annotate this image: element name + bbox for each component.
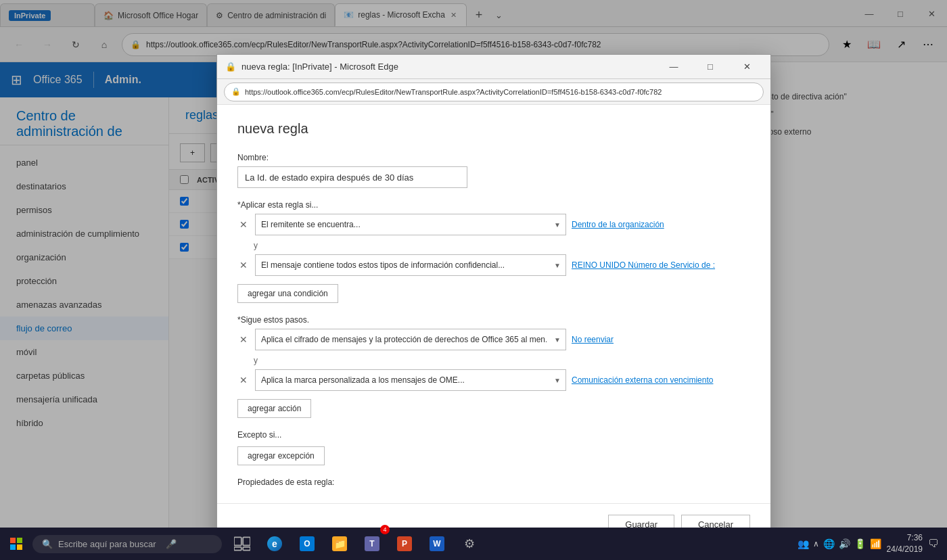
chevron-up-icon[interactable]: ∧	[813, 539, 819, 549]
teams-badge: 4	[380, 525, 390, 534]
explorer-icon[interactable]: 📁	[325, 528, 354, 560]
settings-taskbar-icon[interactable]: ⚙	[455, 528, 484, 560]
sys-icons: 👥 ∧ 🌐 🔊 🔋 📶	[798, 538, 881, 549]
step-dropdown-1[interactable]: Aplica el cifrado de mensajes y la prote…	[255, 329, 566, 350]
folder-icon: 📁	[332, 536, 347, 551]
condition-row-1: ✕ El remitente se encuentra... ▼ Dentro …	[237, 214, 750, 235]
taskbar-app-icons: e O 📁 T 4 P W ⚙	[227, 528, 484, 560]
taskbar-search[interactable]: 🔍 Escribe aquí para buscar 🎤	[32, 535, 222, 553]
browser-window: InPrivate 🏠 Microsoft Office Hogar ⚙ Cen…	[0, 0, 947, 528]
dialog-address-bar: 🔒 https://outlook.office365.com/ecp/Rule…	[217, 79, 770, 105]
taskview-icon	[234, 536, 250, 552]
name-input[interactable]	[237, 166, 467, 188]
steps-group: *Sigue estos pasos. ✕ Aplica el cifrado …	[237, 315, 750, 418]
edge-logo: e	[267, 536, 282, 551]
notification-center-icon[interactable]: 🗨	[928, 538, 939, 550]
apply-rule-group: *Aplicar esta regla si... ✕ El remitente…	[237, 200, 750, 303]
remove-condition-2[interactable]: ✕	[237, 260, 250, 271]
taskbar: 🔍 Escribe aquí para buscar 🎤 e O 📁 T 4 P	[0, 528, 947, 560]
svg-rect-2	[10, 544, 16, 550]
remove-step-1[interactable]: ✕	[237, 334, 250, 345]
dialog-lock-icon: 🔒	[231, 87, 241, 96]
apply-rule-label: *Aplicar esta regla si...	[237, 200, 750, 210]
condition-select-1[interactable]: El remitente se encuentra... ▼	[255, 214, 566, 235]
step-select-1[interactable]: Aplica el cifrado de mensajes y la prote…	[255, 329, 566, 350]
dialog-minimize-button[interactable]: —	[658, 55, 689, 79]
people-icon[interactable]: 👥	[798, 538, 809, 549]
teams-logo: T	[365, 536, 379, 551]
step-y: y	[237, 356, 750, 365]
condition-y-1: y	[237, 241, 750, 250]
windows-logo	[10, 538, 22, 550]
steps-label: *Sigue estos pasos.	[237, 315, 750, 325]
add-exception-button[interactable]: agregar excepción	[237, 446, 325, 465]
svg-rect-7	[243, 547, 250, 551]
dialog-close-button[interactable]: ✕	[731, 55, 762, 79]
step-dropdown-2[interactable]: Aplica la marca personalizada a los mens…	[255, 369, 566, 391]
svg-rect-1	[17, 538, 22, 543]
step-row-2: ✕ Aplica la marca personalizada a los me…	[237, 369, 750, 391]
gear-icon: ⚙	[464, 536, 475, 551]
step-link-1[interactable]: No reenviar	[572, 335, 614, 344]
condition-select-2[interactable]: El mensaje contiene todos estos tipos de…	[255, 254, 566, 276]
powerpoint-icon[interactable]: P	[390, 528, 419, 560]
except-label: Excepto si...	[237, 430, 750, 440]
word-icon[interactable]: W	[422, 528, 452, 560]
svg-rect-6	[234, 547, 241, 551]
outlook-logo: O	[300, 536, 315, 551]
dialog-window: 🔒 nueva regla: [InPrivate] - Microsoft E…	[216, 54, 771, 546]
step-row-1: ✕ Aplica el cifrado de mensajes y la pro…	[237, 329, 750, 350]
battery-icon[interactable]: 🔋	[854, 538, 866, 549]
search-placeholder: Escribe aquí para buscar	[58, 539, 156, 549]
remove-condition-1[interactable]: ✕	[237, 219, 250, 230]
dialog-body: nueva regla Nombre: *Aplicar esta regla …	[217, 105, 770, 503]
date-display: 24/4/2019	[887, 544, 923, 555]
dialog-favicon: 🔒	[225, 62, 236, 72]
svg-rect-0	[10, 538, 16, 543]
volume-icon[interactable]: 🔊	[839, 538, 850, 549]
teams-icon[interactable]: T 4	[357, 528, 387, 560]
svg-rect-5	[243, 537, 250, 545]
taskview-button[interactable]	[227, 528, 257, 560]
condition-dropdown-2[interactable]: El mensaje contiene todos estos tipos de…	[255, 254, 566, 276]
clock[interactable]: 7:36 24/4/2019	[887, 532, 923, 555]
word-logo: W	[430, 536, 444, 551]
add-condition-button[interactable]: agregar una condición	[237, 284, 338, 303]
step-link-2[interactable]: Comunicación externa con vencimiento	[572, 375, 713, 385]
time-display: 7:36	[887, 532, 923, 544]
svg-rect-3	[17, 544, 22, 550]
dialog-maximize-button[interactable]: □	[695, 55, 726, 79]
wifi-icon[interactable]: 📶	[870, 538, 881, 549]
taskbar-right: 👥 ∧ 🌐 🔊 🔋 📶 7:36 24/4/2019 🗨	[798, 532, 947, 555]
condition-row-2: ✕ El mensaje contiene todos estos tipos …	[237, 254, 750, 276]
microphone-icon[interactable]: 🎤	[166, 539, 177, 549]
condition-dropdown-1[interactable]: El remitente se encuentra...	[255, 214, 566, 235]
start-button[interactable]	[0, 528, 32, 560]
dialog-titlebar: 🔒 nueva regla: [InPrivate] - Microsoft E…	[217, 55, 770, 79]
remove-step-2[interactable]: ✕	[237, 375, 250, 386]
form-title: nueva regla	[237, 121, 750, 137]
network-icon[interactable]: 🌐	[823, 538, 835, 549]
name-field-group: Nombre:	[237, 153, 750, 188]
dialog-title: nueva regla: [InPrivate] - Microsoft Edg…	[241, 62, 653, 72]
name-label: Nombre:	[237, 153, 750, 162]
dialog-url-box[interactable]: 🔒 https://outlook.office365.com/ecp/Rule…	[224, 83, 764, 101]
svg-rect-4	[234, 537, 241, 545]
props-label: Propiedades de esta regla:	[237, 477, 750, 487]
outlook-icon[interactable]: O	[292, 528, 322, 560]
dialog-url-text: https://outlook.office365.com/ecp/RulesE…	[245, 88, 662, 96]
powerpoint-logo: P	[397, 536, 412, 551]
add-action-button[interactable]: agregar acción	[237, 399, 311, 418]
search-icon: 🔍	[42, 539, 53, 549]
condition-link-2[interactable]: REINO UNIDO Número de Servicio de :	[572, 260, 715, 270]
except-group: Excepto si... agregar excepción	[237, 430, 750, 465]
step-select-2[interactable]: Aplica la marca personalizada a los mens…	[255, 369, 566, 391]
condition-link-1[interactable]: Dentro de la organización	[572, 220, 664, 229]
edge-icon[interactable]: e	[260, 528, 290, 560]
